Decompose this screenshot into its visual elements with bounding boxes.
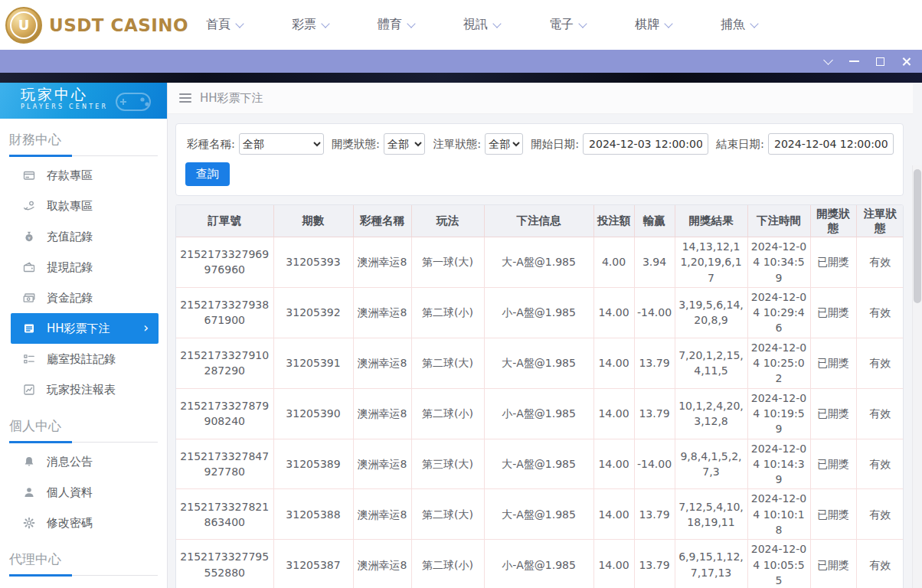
draw-status-select[interactable]: 全部 bbox=[384, 133, 425, 155]
sidebar-item-label: 提現記錄 bbox=[47, 260, 93, 275]
sidebar: 玩家中心 PLAYERS CENTER 財務中心存款專區取款專區¥充值記錄提現記… bbox=[0, 83, 168, 588]
top-header: U USDT CASINO 首頁彩票體育視訊電子棋牌捕魚 bbox=[0, 0, 922, 50]
lottery-name-select[interactable]: 全部 bbox=[239, 133, 324, 155]
end-date-input[interactable] bbox=[768, 133, 894, 155]
table-cell: 大-A盤@1.985 bbox=[484, 338, 593, 388]
start-date-input[interactable] bbox=[583, 133, 708, 155]
filter-row: 彩種名稱:全部開獎狀態:全部注單狀態:全部開始日期:結束日期: bbox=[185, 133, 894, 155]
lottery-bet-icon bbox=[23, 322, 35, 335]
window-titlebar bbox=[0, 50, 922, 73]
sidebar-menu: 財務中心存款專區取款專區¥充值記錄提現記錄資金記錄HH彩票下注廳室投註記錄玩家投… bbox=[0, 131, 167, 588]
window-collapse-button[interactable] bbox=[815, 50, 841, 73]
table-cell: 31205387 bbox=[273, 540, 353, 588]
window-maximize-button[interactable] bbox=[867, 50, 893, 73]
window-close-button[interactable] bbox=[893, 50, 919, 73]
brand-logo: U USDT CASINO bbox=[0, 7, 180, 44]
sidebar-section-title: 代理中心 bbox=[9, 550, 158, 568]
nav-item-label: 電子 bbox=[549, 17, 574, 33]
table-cell: 2152173327847927780 bbox=[176, 439, 273, 489]
sidebar-item-player-report[interactable]: 玩家投注報表 bbox=[11, 374, 159, 405]
table-cell: 澳洲幸运8 bbox=[353, 540, 411, 588]
table-cell: 澳洲幸运8 bbox=[353, 439, 411, 489]
table-cell: 小-A盤@1.985 bbox=[484, 388, 593, 439]
sidebar-item-withdraw[interactable]: 取款專區 bbox=[11, 191, 159, 221]
table-header-cell: 輸贏 bbox=[634, 205, 675, 237]
table-cell: 2024-12-04 10:10:18 bbox=[747, 489, 810, 540]
table-cell: 13.79 bbox=[634, 388, 675, 439]
password-icon bbox=[23, 517, 35, 529]
table-cell: 2152173327910287290 bbox=[176, 338, 273, 388]
table-header-cell: 下注時間 bbox=[747, 205, 810, 237]
player-report-icon bbox=[23, 384, 35, 396]
query-button[interactable]: 查詢 bbox=[185, 162, 230, 186]
table-cell: 31205389 bbox=[273, 439, 353, 489]
minimize-icon bbox=[849, 60, 859, 62]
bet-table-card: 訂單號期數彩種名稱玩法下注信息投注額輸贏開獎結果下注時間開獎狀態注單狀態 215… bbox=[175, 204, 904, 588]
nav-item-home[interactable]: 首頁 bbox=[206, 17, 243, 33]
table-cell: 有效 bbox=[856, 439, 904, 489]
profile-icon bbox=[23, 486, 35, 498]
filter-card: 彩種名稱:全部開獎狀態:全部注單狀態:全部開始日期:結束日期: 查詢 bbox=[175, 123, 904, 196]
draw-status-label: 開獎狀態: bbox=[332, 137, 380, 152]
scrollbar-thumb[interactable] bbox=[914, 169, 921, 303]
nav-item-label: 首頁 bbox=[206, 17, 230, 33]
table-header-cell: 玩法 bbox=[411, 205, 484, 237]
sidebar-item-deposit[interactable]: 存款專區 bbox=[11, 160, 159, 191]
sidebar-header: 玩家中心 PLAYERS CENTER bbox=[0, 83, 167, 119]
hamburger-icon[interactable] bbox=[179, 93, 191, 103]
sidebar-item-agent-rules[interactable]: 代理規則說明 bbox=[11, 580, 159, 588]
table-cell: 13.79 bbox=[634, 338, 675, 388]
nav-item-video[interactable]: 視訊 bbox=[463, 17, 500, 33]
table-row: 215217332782186340031205388澳洲幸运8第二球(大)大-… bbox=[176, 489, 904, 540]
table-cell: 有效 bbox=[856, 489, 904, 540]
sidebar-item-recharge-record[interactable]: ¥充值記錄 bbox=[11, 221, 159, 252]
content: 彩種名稱:全部開獎狀態:全部注單狀態:全部開始日期:結束日期: 查詢 訂單號期數… bbox=[168, 114, 913, 588]
start-date-label: 開始日期: bbox=[531, 137, 579, 152]
banner-strip bbox=[0, 73, 922, 83]
table-cell: 有效 bbox=[856, 237, 904, 288]
table-cell: 第三球(大) bbox=[411, 439, 484, 489]
table-cell: 2024-12-04 10:29:46 bbox=[747, 287, 810, 338]
nav-item-sports[interactable]: 體育 bbox=[378, 17, 414, 33]
table-cell: 2152173327938671900 bbox=[176, 287, 273, 338]
table-cell: 2152173327821863400 bbox=[176, 489, 273, 540]
nav-item-label: 捕魚 bbox=[721, 17, 745, 33]
sidebar-item-profile[interactable]: 個人資料 bbox=[11, 477, 159, 508]
nav-item-label: 棋牌 bbox=[635, 17, 659, 33]
nav-item-slots[interactable]: 電子 bbox=[549, 17, 586, 33]
end-date-label: 結束日期: bbox=[716, 137, 764, 152]
nav-item-fishing[interactable]: 捕魚 bbox=[721, 17, 757, 33]
main-nav: 首頁彩票體育視訊電子棋牌捕魚 bbox=[206, 17, 757, 33]
page-title: HH彩票下注 bbox=[200, 91, 263, 106]
table-cell: 3,19,5,6,14,20,8,9 bbox=[675, 287, 747, 338]
lottery-name-label: 彩種名稱: bbox=[187, 137, 235, 152]
nav-item-label: 彩票 bbox=[292, 17, 316, 33]
table-cell: 3.94 bbox=[634, 237, 675, 288]
table-cell: 第二球(大) bbox=[411, 489, 484, 540]
table-cell: 14.00 bbox=[593, 489, 634, 540]
sidebar-item-announcements[interactable]: 消息公告 bbox=[11, 446, 159, 477]
sidebar-item-funds-record[interactable]: 資金記錄 bbox=[11, 283, 159, 313]
table-cell: 已開獎 bbox=[810, 439, 856, 489]
table-cell: 31205392 bbox=[273, 287, 353, 338]
app-area: 玩家中心 PLAYERS CENTER 財務中心存款專區取款專區¥充值記錄提現記… bbox=[0, 83, 922, 588]
table-cell: 已開獎 bbox=[810, 287, 856, 338]
order-status-select[interactable]: 全部 bbox=[485, 133, 523, 155]
sidebar-item-room-bet-record[interactable]: 廳室投註記錄 bbox=[11, 344, 159, 374]
nav-item-cards[interactable]: 棋牌 bbox=[635, 17, 672, 33]
sidebar-item-label: 個人資料 bbox=[47, 485, 93, 500]
gamepad-icon bbox=[112, 86, 156, 116]
vertical-scrollbar[interactable] bbox=[912, 165, 922, 588]
sidebar-item-withdraw-record[interactable]: 提現記錄 bbox=[11, 252, 159, 283]
nav-item-lottery[interactable]: 彩票 bbox=[292, 17, 329, 33]
table-cell: 7,20,1,2,15,4,11,5 bbox=[675, 338, 747, 388]
sidebar-item-hh-lottery-bet[interactable]: HH彩票下注 bbox=[11, 313, 159, 344]
sidebar-item-change-password[interactable]: 修改密碼 bbox=[11, 508, 159, 538]
nav-item-label: 體育 bbox=[378, 17, 402, 33]
chevron-down-icon bbox=[664, 19, 672, 28]
window-minimize-button[interactable] bbox=[841, 50, 867, 73]
sidebar-item-label: HH彩票下注 bbox=[47, 322, 110, 336]
table-cell: 第二球(小) bbox=[411, 287, 484, 338]
sidebar-item-label: 資金記錄 bbox=[47, 291, 93, 305]
sidebar-item-label: 充值記錄 bbox=[47, 230, 93, 244]
